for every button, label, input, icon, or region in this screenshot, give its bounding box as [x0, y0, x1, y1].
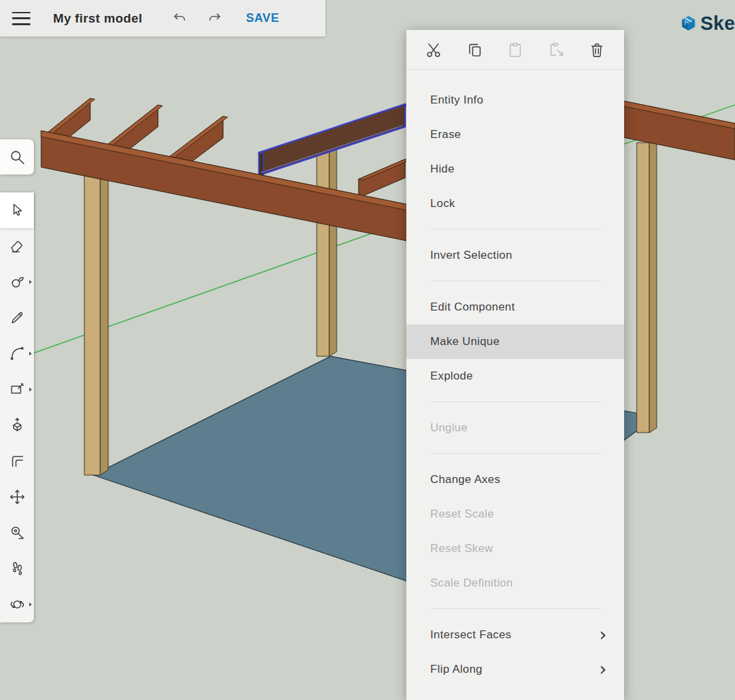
tool-tape-measure[interactable] [0, 515, 34, 551]
tool-select[interactable] [0, 192, 34, 228]
sketchup-logo-icon [681, 10, 696, 36]
tool-palette [0, 192, 34, 622]
tape-measure-icon [9, 525, 25, 541]
menu-item-explode[interactable]: Explode [406, 359, 624, 393]
menu-item-label: Erase [430, 128, 461, 141]
push-pull-icon [9, 417, 25, 433]
flyout-arrow-icon [29, 602, 32, 606]
rectangle-icon [9, 382, 25, 397]
tool-eraser[interactable] [0, 228, 34, 264]
menu-item-label: Hide [430, 163, 455, 176]
undo-button[interactable] [170, 9, 190, 29]
scissors-icon [425, 41, 442, 58]
menu-item-label: Edit Component [430, 301, 515, 314]
model-title: My first model [53, 11, 142, 26]
offset-icon [9, 453, 25, 469]
header-bar: My first model SAVE [0, 0, 325, 36]
walk-icon [9, 561, 25, 577]
context-menu-icon-row [406, 30, 624, 70]
menu-divider [430, 608, 600, 609]
tool-walk[interactable] [0, 551, 34, 587]
tool-offset[interactable] [0, 443, 34, 479]
menu-item-label: Flip Along [430, 663, 483, 676]
context-menu-list: Entity Info Erase Hide Lock Invert Selec… [406, 70, 624, 687]
menu-item-label: Make Unique [430, 335, 500, 348]
menu-item-label: Reset Skew [430, 542, 493, 555]
copy-icon [466, 41, 483, 58]
search-tool-button[interactable] [0, 139, 34, 175]
tool-line[interactable] [0, 300, 34, 336]
orbit-icon [9, 596, 25, 612]
menu-item-reset-skew: Reset Skew [406, 531, 624, 566]
menu-divider [430, 453, 600, 454]
menu-item-flip-along[interactable]: Flip Along› [406, 652, 624, 687]
tool-paint[interactable] [0, 264, 34, 300]
menu-divider [430, 281, 600, 281]
model-canvas[interactable] [0, 0, 735, 700]
context-menu: Entity Info Erase Hide Lock Invert Selec… [406, 30, 624, 700]
left-post[interactable] [84, 167, 108, 475]
menu-item-unglue: Unglue [406, 411, 624, 445]
menu-item-label: Reset Scale [430, 508, 494, 521]
menu-hamburger-button[interactable] [12, 12, 31, 25]
back-post[interactable] [317, 149, 337, 356]
menu-item-intersect-faces[interactable]: Intersect Faces› [406, 618, 624, 652]
redo-button[interactable] [204, 9, 224, 29]
menu-item-scale-definition: Scale Definition [406, 566, 624, 600]
menu-item-label: Invert Selection [430, 249, 513, 262]
paste-in-place-icon [548, 41, 565, 58]
delete-button[interactable] [587, 40, 607, 60]
menu-item-label: Lock [430, 197, 455, 210]
paste-button [505, 40, 525, 60]
flyout-arrow-icon [29, 352, 32, 356]
sketchup-web-app: My first model SAVE Ske [0, 0, 735, 700]
menu-item-hide[interactable]: Hide [406, 152, 624, 186]
trash-icon [588, 41, 606, 58]
menu-item-invert-selection[interactable]: Invert Selection [406, 238, 624, 273]
menu-divider [430, 229, 600, 230]
sketchup-logo[interactable]: Ske [681, 9, 735, 37]
menu-item-label: Entity Info [430, 94, 483, 107]
tool-move[interactable] [0, 479, 34, 515]
tool-orbit[interactable] [0, 587, 34, 622]
cut-button[interactable] [424, 40, 444, 60]
search-icon [9, 149, 26, 166]
menu-item-label: Intersect Faces [430, 628, 511, 642]
paste-icon [507, 41, 524, 58]
menu-item-erase[interactable]: Erase [406, 117, 624, 152]
arc-icon [9, 346, 25, 362]
tool-arc[interactable] [0, 336, 34, 372]
menu-item-label: Change Axes [430, 473, 501, 486]
joist[interactable] [359, 159, 410, 198]
paste-in-place-button [546, 40, 566, 60]
menu-item-label: Explode [430, 370, 473, 383]
flyout-arrow-icon [29, 280, 32, 284]
paint-icon [9, 274, 25, 290]
copy-button[interactable] [465, 40, 485, 60]
menu-divider [430, 401, 600, 402]
menu-item-lock[interactable]: Lock [406, 186, 624, 221]
flyout-arrow-icon [29, 387, 32, 391]
menu-item-entity-info[interactable]: Entity Info [406, 83, 624, 117]
select-arrow-icon [9, 202, 25, 218]
menu-item-label: Scale Definition [430, 577, 513, 590]
menu-item-make-unique[interactable]: Make Unique [406, 324, 624, 359]
tool-rectangle[interactable] [0, 372, 34, 407]
menu-item-reset-scale: Reset Scale [406, 497, 624, 531]
save-button[interactable]: SAVE [246, 11, 279, 25]
right-post[interactable] [637, 140, 657, 433]
eraser-icon [9, 238, 25, 254]
menu-item-label: Unglue [430, 421, 467, 435]
move-icon [9, 489, 25, 505]
tool-push-pull[interactable] [0, 407, 34, 443]
logo-text: Ske [700, 13, 735, 35]
menu-item-change-axes[interactable]: Change Axes [406, 462, 624, 497]
pencil-icon [9, 310, 25, 326]
menu-item-edit-component[interactable]: Edit Component [406, 290, 624, 324]
